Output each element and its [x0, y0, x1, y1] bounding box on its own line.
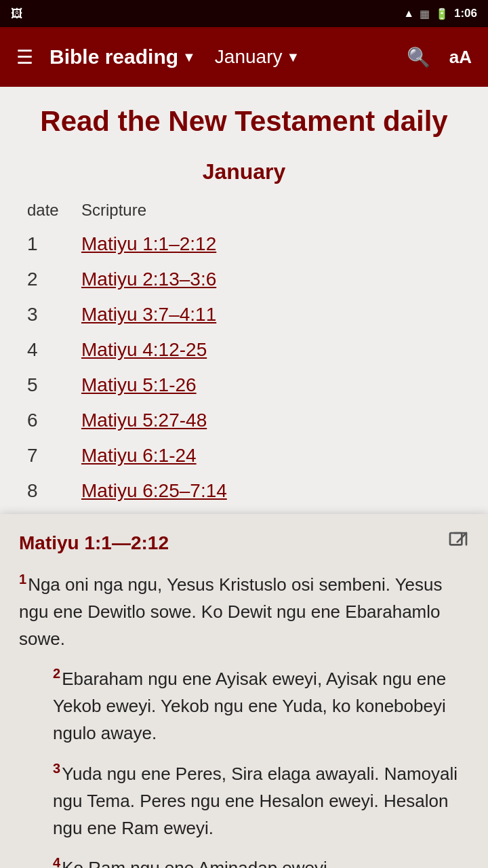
font-size-icon[interactable]: aA	[444, 41, 477, 73]
table-row: 2 Matiyu 2:13–3:6	[27, 262, 461, 297]
verse-2: 2Ebaraham ngu ene Ayisak eweyi, Ayisak n…	[19, 663, 469, 747]
table-row: 1 Matiyu 1:1–2:12	[27, 226, 461, 262]
scripture-link[interactable]: Matiyu 6:25–7:14	[81, 473, 461, 509]
scripture-link[interactable]: Matiyu 4:12-25	[81, 332, 461, 368]
main-content: Read the New Testament daily January dat…	[0, 87, 488, 509]
scripture-link[interactable]: Matiyu 1:1–2:12	[81, 226, 461, 262]
table-row: 6 Matiyu 5:27-48	[27, 403, 461, 438]
battery-icon: 🔋	[435, 7, 449, 20]
scripture-link[interactable]: Matiyu 5:1-26	[81, 368, 461, 403]
day-number: 3	[27, 297, 81, 332]
table-row: 8 Matiyu 6:25–7:14	[27, 473, 461, 509]
month-dropdown-button[interactable]: January ▼	[212, 41, 302, 73]
toolbar-title-label: Bible reading	[49, 45, 178, 68]
day-number: 4	[27, 332, 81, 368]
title-dropdown-arrow: ▼	[182, 50, 196, 65]
status-bar-left: 🖼	[11, 7, 23, 21]
open-in-new-icon[interactable]	[447, 530, 469, 557]
scripture-link[interactable]: Matiyu 6:1-24	[81, 438, 461, 473]
toolbar: ☰ Bible reading ▼ January ▼ 🔍 aA	[0, 27, 488, 87]
status-bar: 🖼 ▲ ▦ 🔋 1:06	[0, 0, 488, 27]
photo-icon: 🖼	[11, 7, 23, 21]
table-row: 4 Matiyu 4:12-25	[27, 332, 461, 368]
scripture-link[interactable]: Matiyu 3:7–4:11	[81, 297, 461, 332]
scripture-link[interactable]: Matiyu 5:27-48	[81, 403, 461, 438]
verse-text-4: Ko Ram ngu ene Aminadap eweyi.	[62, 858, 332, 868]
verse-num-4: 4	[53, 855, 60, 868]
page-title: Read the New Testament daily	[27, 103, 461, 140]
day-number: 6	[27, 403, 81, 438]
popup-title: Matiyu 1:1—2:12	[19, 532, 169, 554]
menu-icon[interactable]: ☰	[11, 41, 39, 74]
popup-header: Matiyu 1:1—2:12	[19, 530, 469, 557]
verse-text-2: Ebaraham ngu ene Ayisak eweyi, Ayisak ng…	[53, 669, 446, 744]
table-header-row: date Scripture	[27, 198, 461, 226]
day-number: 5	[27, 368, 81, 403]
day-number: 1	[27, 226, 81, 262]
verse-3: 3Yuda ngu ene Peres, Sira elaga awayali.…	[19, 758, 469, 842]
month-dropdown-arrow: ▼	[286, 50, 300, 65]
verse-num-2: 2	[53, 666, 60, 681]
verse-1: 1Nga oni nga ngu, Yesus Kristuslo osi se…	[19, 569, 469, 653]
popup-body: 1Nga oni nga ngu, Yesus Kristuslo osi se…	[19, 569, 469, 868]
verse-num-1: 1	[19, 572, 26, 587]
search-icon[interactable]: 🔍	[401, 41, 436, 74]
table-row: 7 Matiyu 6:1-24	[27, 438, 461, 473]
toolbar-month-label: January	[215, 46, 283, 68]
verse-text-1: Nga oni nga ngu, Yesus Kristuslo osi sem…	[19, 574, 443, 649]
bible-reading-dropdown-button[interactable]: Bible reading ▼	[47, 40, 199, 74]
wifi-icon: ▲	[403, 7, 414, 20]
reading-table: date Scripture 1 Matiyu 1:1–2:12 2 Matiy…	[27, 198, 461, 509]
table-row: 5 Matiyu 5:1-26	[27, 368, 461, 403]
signal-icon: ▦	[420, 7, 430, 20]
table-row: 3 Matiyu 3:7–4:11	[27, 297, 461, 332]
month-heading: January	[27, 159, 461, 184]
scripture-preview-panel: Matiyu 1:1—2:12 1Nga oni nga ngu, Yesus …	[0, 514, 488, 868]
header-date: date	[27, 198, 81, 226]
verse-num-3: 3	[53, 761, 60, 776]
verse-4: 4Ko Ram ngu ene Aminadap eweyi.	[19, 852, 469, 868]
verse-text-3: Yuda ngu ene Peres, Sira elaga awayali. …	[53, 763, 458, 838]
scripture-link[interactable]: Matiyu 2:13–3:6	[81, 262, 461, 297]
time-display: 1:06	[454, 7, 477, 20]
header-scripture: Scripture	[81, 198, 461, 226]
day-number: 8	[27, 473, 81, 509]
day-number: 2	[27, 262, 81, 297]
status-bar-right: ▲ ▦ 🔋 1:06	[403, 7, 477, 20]
day-number: 7	[27, 438, 81, 473]
